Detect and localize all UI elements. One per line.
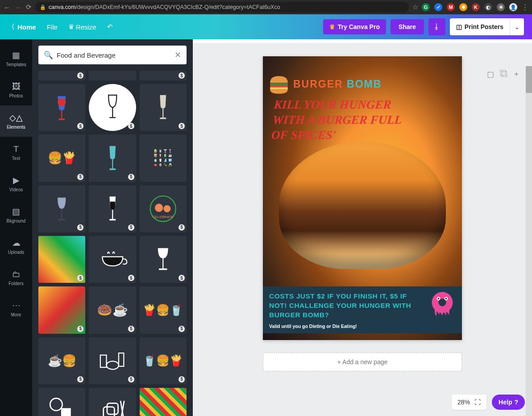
svg-point-14 <box>163 205 170 212</box>
download-icon: ⭳ <box>433 22 441 31</box>
poster-footer[interactable]: COSTS JUST $2 IF YOU FINISH IT, $5 IF NO… <box>263 286 462 333</box>
print-posters-button[interactable]: ◫ Print Posters <box>450 18 510 35</box>
svg-rect-16 <box>159 269 167 270</box>
rail-folders[interactable]: 🗀Folders <box>0 262 32 293</box>
element-thumb[interactable] <box>89 71 136 80</box>
fullscreen-icon[interactable]: ⛶ <box>474 399 481 406</box>
elements-grid[interactable]: $ $ $ $ $ 🍔🍟$ $ 🍺 🥤 🍸 🍷🥃 🍹 🧃 ☕🍵 🥛 🍶 🧊🫖 🧋… <box>32 71 193 416</box>
search-input[interactable] <box>57 51 171 59</box>
element-thumb[interactable]: $ <box>89 185 136 232</box>
rail-uploads[interactable]: ☁Uploads <box>0 231 32 262</box>
svg-rect-21 <box>61 408 71 416</box>
browser-menu-icon[interactable]: ⋮ <box>522 3 528 11</box>
back-icon[interactable]: ← <box>4 4 10 11</box>
footer-subtext: Valid until you go Dieting or Die Eating… <box>269 324 456 329</box>
element-thumb[interactable]: $ <box>140 236 187 283</box>
star-icon[interactable]: ☆ <box>412 3 418 11</box>
extension-icon[interactable]: G <box>422 3 430 11</box>
extension-icon[interactable]: ✳ <box>497 3 505 11</box>
duplicate-page-icon[interactable]: ⿻ <box>500 70 508 79</box>
rail-templates[interactable]: ▦Templates <box>0 43 32 74</box>
add-page-button[interactable]: + Add a new page <box>263 353 462 371</box>
element-thumb[interactable]: $ <box>140 388 187 416</box>
add-page-icon[interactable]: + <box>514 70 519 79</box>
element-thumb[interactable]: $ <box>89 236 136 283</box>
element-thumb[interactable]: 🍩☕$ <box>89 286 136 333</box>
poster-tagline[interactable]: KILL YOUR HUNGER WITH A BURGER FULL OF S… <box>271 97 422 143</box>
element-thumb[interactable]: 🥤🍔🍟$ <box>140 337 187 384</box>
reload-icon[interactable]: ⟳ <box>26 3 32 11</box>
element-thumb[interactable]: 🍺 🥤 🍸 🍷🥃 🍹 🧃 ☕🍵 🥛 🍶 🧊🫖 🧋 🍾 🥂 <box>140 134 187 181</box>
svg-rect-17 <box>100 355 107 367</box>
svg-rect-23 <box>107 403 118 415</box>
crown-icon: ♛ <box>68 23 74 31</box>
element-thumb[interactable]: $ <box>89 337 136 384</box>
forward-icon[interactable]: → <box>15 4 21 11</box>
element-thumb[interactable] <box>38 388 85 416</box>
avatar-icon[interactable]: 👤 <box>509 3 517 11</box>
svg-text:CELEBRATE: CELEBRATE <box>153 215 174 219</box>
element-thumb[interactable]: $ <box>140 84 187 131</box>
clear-search-icon[interactable]: ✕ <box>175 50 181 60</box>
home-button[interactable]: 〈 Home <box>8 23 36 31</box>
element-thumb[interactable]: 🍟🍔🥤$ <box>140 286 187 333</box>
zoom-control[interactable]: 28% ⛶ <box>452 395 486 410</box>
element-thumb[interactable]: $ <box>89 134 136 181</box>
element-thumb[interactable]: $ <box>38 286 85 333</box>
svg-point-34 <box>445 298 447 299</box>
rail-bkground[interactable]: ▨Bkground <box>0 199 32 231</box>
extension-icon[interactable]: ✓ <box>434 3 442 11</box>
element-thumb[interactable]: $ <box>38 84 85 131</box>
burger-logo-icon <box>267 72 291 96</box>
url-field[interactable]: 🔒 canva.com/design/DADxEmf-kYs/6UWvvvdAC… <box>35 2 409 13</box>
rail-more[interactable]: ⋯More <box>0 293 32 324</box>
undo-button[interactable]: ↶ <box>107 23 113 31</box>
extension-icon[interactable]: M <box>447 3 455 11</box>
resize-menu[interactable]: ♛ Resize <box>68 23 96 31</box>
svg-rect-9 <box>112 210 113 219</box>
element-thumb[interactable]: 🍔🍟$ <box>38 134 85 181</box>
extension-icon[interactable]: ✱ <box>459 3 467 11</box>
element-thumb[interactable]: $ <box>140 71 187 80</box>
extension-icon[interactable]: K <box>472 3 480 11</box>
help-icon: ? <box>514 399 518 406</box>
element-thumb[interactable]: CELEBRATE$ <box>140 185 187 232</box>
element-thumb[interactable]: $ <box>38 185 85 232</box>
notes-icon[interactable]: ▢ <box>487 70 494 79</box>
download-button[interactable]: ⭳ <box>428 18 445 35</box>
donut-icon <box>428 290 457 319</box>
folders-icon: 🗀 <box>12 269 21 279</box>
share-button[interactable]: Share <box>391 19 424 34</box>
rail-text[interactable]: TText <box>0 137 32 168</box>
svg-point-13 <box>155 204 163 212</box>
extension-icon[interactable]: ◐ <box>484 3 492 11</box>
element-thumb[interactable]: ☕🍔$ <box>38 337 85 384</box>
elements-panel: 🔍 ✕ $ $ $ $ $ 🍔🍟$ $ 🍺 🥤 🍸 🍷🥃 🍹 🧃 ☕🍵 🥛 🍶 … <box>32 39 193 416</box>
rail-photos[interactable]: 🖼Photos <box>0 74 32 105</box>
rail-videos[interactable]: ▶Videos <box>0 168 32 199</box>
svg-rect-8 <box>58 219 66 220</box>
brand-word-1: BURGER <box>293 78 343 90</box>
try-pro-button[interactable]: ♛ Try Canva Pro <box>323 19 386 34</box>
svg-rect-28 <box>270 87 288 89</box>
svg-rect-4 <box>160 118 166 119</box>
file-menu[interactable]: File <box>47 23 58 31</box>
templates-icon: ▦ <box>12 50 20 60</box>
element-thumb[interactable]: $ <box>38 71 85 80</box>
chevron-left-icon: 〈 <box>8 23 15 31</box>
rail-elements[interactable]: ◇△Elements <box>0 105 32 137</box>
help-button[interactable]: Help ? <box>492 395 525 410</box>
print-dropdown[interactable]: ⌄ <box>510 18 524 35</box>
text-icon: T <box>13 144 19 154</box>
svg-rect-19 <box>119 353 124 366</box>
zoom-value: 28% <box>457 399 470 406</box>
poster-canvas[interactable]: BURGER BOMB KILL YOUR HUNGER WITH A BURG… <box>263 56 462 340</box>
element-thumb[interactable] <box>89 388 136 416</box>
svg-rect-1 <box>62 111 62 119</box>
svg-rect-2 <box>59 119 65 120</box>
element-thumb[interactable]: $ <box>38 236 85 283</box>
element-thumb[interactable]: $ <box>89 84 136 131</box>
svg-rect-26 <box>270 83 288 85</box>
scrollbar[interactable] <box>526 66 532 416</box>
videos-icon: ▶ <box>13 175 20 185</box>
